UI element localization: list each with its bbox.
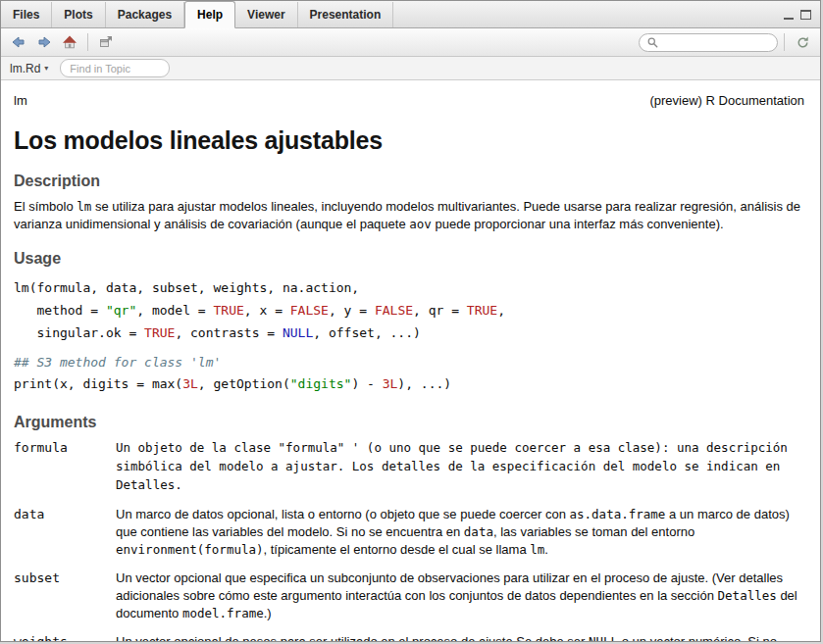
back-arrow-icon xyxy=(11,34,26,50)
topic-bar: lm.Rd ▾ xyxy=(1,57,820,80)
tab-plots[interactable]: Plots xyxy=(52,2,105,27)
back-button[interactable] xyxy=(7,31,30,53)
help-search-box[interactable] xyxy=(639,33,778,52)
rd-file-label: lm.Rd xyxy=(10,62,40,75)
tab-files[interactable]: Files xyxy=(1,2,52,27)
search-icon xyxy=(646,36,659,49)
usage-heading: Usage xyxy=(14,250,804,268)
home-button[interactable] xyxy=(58,31,81,53)
argument-description: Un objeto de la clase "formula" ' (o uno… xyxy=(116,439,804,494)
tab-viewer[interactable]: Viewer xyxy=(235,2,297,27)
description-heading: Description xyxy=(14,173,804,190)
doc-meta-right: (preview) R Documentation xyxy=(649,93,804,108)
show-in-new-window-button[interactable] xyxy=(94,31,118,53)
argument-description: Un vector opcional que especifica un sub… xyxy=(116,570,804,621)
refresh-button[interactable] xyxy=(791,31,814,53)
argument-name: subset xyxy=(14,570,116,621)
help-search-input[interactable] xyxy=(663,35,770,49)
find-in-topic-input[interactable] xyxy=(60,59,170,77)
argument-name: weights xyxy=(14,633,116,641)
popout-window-icon xyxy=(98,34,114,50)
help-document: lm (preview) R Documentation Los modelos… xyxy=(1,80,820,641)
argument-row-subset: subset Un vector opcional que especifica… xyxy=(14,570,804,621)
argument-row-data: data Un marco de datos opcional, lista o… xyxy=(14,506,804,558)
argument-row-formula: formula Un objeto de la clase "formula" … xyxy=(14,439,804,494)
chevron-down-icon: ▾ xyxy=(44,65,48,73)
home-icon xyxy=(62,34,77,50)
toolbar-separator xyxy=(784,33,785,51)
pane-tabbar: Files Plots Packages Help Viewer Present… xyxy=(1,1,820,28)
arguments-heading: Arguments xyxy=(14,414,804,431)
page-title: Los modelos lineales ajustables xyxy=(14,126,804,155)
maximize-icon[interactable] xyxy=(800,10,811,20)
help-pane: Files Plots Packages Help Viewer Present… xyxy=(0,0,821,642)
doc-topic-name: lm xyxy=(14,93,27,108)
tab-help[interactable]: Help xyxy=(184,1,235,28)
argument-row-weights: weights Un vector opcional de pesos para… xyxy=(14,633,804,641)
find-in-topic-box xyxy=(60,59,170,78)
rd-file-dropdown[interactable]: lm.Rd ▾ xyxy=(10,62,48,75)
argument-description: Un marco de datos opcional, lista o ento… xyxy=(116,506,804,558)
doc-meta-row: lm (preview) R Documentation xyxy=(14,93,804,108)
minimize-icon[interactable] xyxy=(784,10,794,20)
tab-presentation[interactable]: Presentation xyxy=(298,2,394,27)
refresh-icon xyxy=(796,35,810,50)
pane-window-controls xyxy=(784,10,820,27)
forward-button[interactable] xyxy=(32,31,56,53)
usage-code-block: lm(formula, data, subset, weights, na.ac… xyxy=(14,277,804,344)
arguments-table: formula Un objeto de la clase "formula" … xyxy=(14,439,804,641)
argument-name: formula xyxy=(14,439,116,494)
forward-arrow-icon xyxy=(36,34,52,50)
argument-description: Un vector opcional de pesos para ser uti… xyxy=(116,633,804,641)
tab-packages[interactable]: Packages xyxy=(106,2,184,27)
description-paragraph: El símbolo lm se utiliza para ajustar mo… xyxy=(14,198,804,232)
toolbar-separator xyxy=(87,33,88,51)
help-toolbar xyxy=(1,28,820,57)
usage-code-block-s3: ## S3 method for class 'lm' print(x, dig… xyxy=(14,352,804,397)
argument-name: data xyxy=(14,506,116,558)
